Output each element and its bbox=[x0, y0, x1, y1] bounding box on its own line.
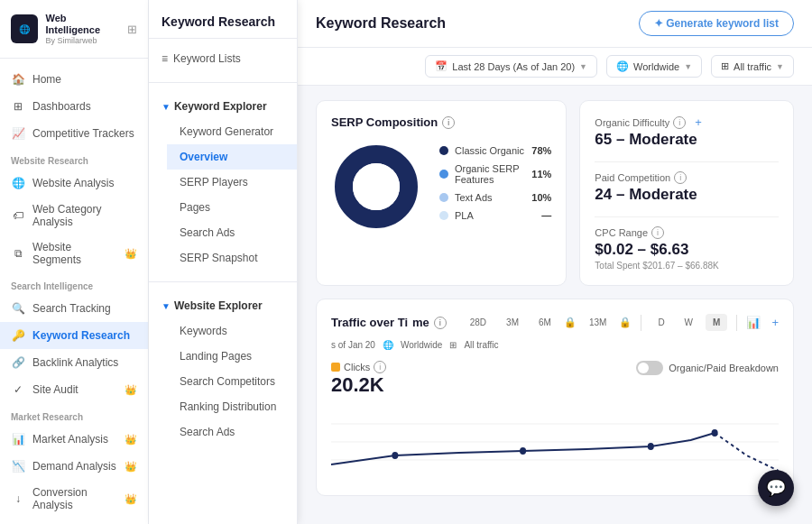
sidebar-item-demand-analysis[interactable]: 📉 Demand Analysis 👑 bbox=[0, 453, 148, 480]
traffic-date-sub: s of Jan 20 bbox=[331, 340, 375, 350]
sidebar-item-market-analysis[interactable]: 📊 Market Analysis 👑 bbox=[0, 426, 148, 453]
organic-toggle-label: Organic/Paid Breakdown bbox=[669, 363, 779, 373]
dd-search-ads-label: Search Ads bbox=[180, 226, 235, 239]
legend-item-classic-organic: Classic Organic 78% bbox=[439, 145, 551, 156]
dropdown-panel: Keyword Research ≡ Keyword Lists ▼ Keywo… bbox=[149, 0, 298, 524]
dd-keyword-explorer-title[interactable]: ▼ Keyword Explorer bbox=[149, 94, 297, 119]
sidebar-item-dashboards[interactable]: ⊞ Dashboards bbox=[0, 93, 148, 120]
generate-keyword-list-button[interactable]: ✦ Generate keyword list bbox=[639, 11, 794, 36]
list-icon: ≡ bbox=[161, 52, 168, 65]
metrics-card: Organic Difficulty i + 65 – Moderate Pai… bbox=[579, 100, 794, 286]
dd-website-explorer-label: Website Explorer bbox=[174, 299, 263, 312]
add-traffic-button[interactable]: + bbox=[771, 316, 779, 329]
chat-bubble-button[interactable]: 💬 bbox=[758, 470, 794, 506]
sidebar-item-website-segments[interactable]: ⧉ Website Segments 👑 bbox=[0, 234, 148, 272]
clicks-label-text: Clicks bbox=[344, 362, 370, 372]
sidebar-item-web-category[interactable]: 🏷 Web Category Analysis bbox=[0, 197, 148, 234]
dd-landing-pages[interactable]: Landing Pages bbox=[167, 344, 297, 369]
main-content: Keyword Research ✦ Generate keyword list… bbox=[298, 0, 812, 524]
region-filter-button[interactable]: 🌐 Worldwide ▼ bbox=[606, 55, 702, 78]
section-label-market-research: Market Research bbox=[0, 403, 148, 426]
dd-pages-label: Pages bbox=[180, 201, 210, 214]
legend-item-text-ads: Text Ads 10% bbox=[439, 192, 551, 203]
clicks-info-icon[interactable]: i bbox=[374, 361, 386, 373]
organic-difficulty-info-icon[interactable]: i bbox=[673, 116, 686, 129]
legend-dot-organic bbox=[439, 170, 448, 179]
sidebar-item-search-tracking[interactable]: 🔍 Search Tracking bbox=[0, 295, 148, 322]
traffic-type-sub: All traffic bbox=[464, 340, 498, 350]
legend-label-organic: Organic SERP Features bbox=[455, 163, 525, 185]
time-filter-3m[interactable]: 3M bbox=[499, 314, 526, 331]
conversion-icon: ↓ bbox=[11, 492, 25, 506]
dd-search-competitors[interactable]: Search Competitors bbox=[167, 369, 297, 394]
sidebar-item-backlink-analytics[interactable]: 🔗 Backlink Analytics bbox=[0, 349, 148, 376]
chart-type-d[interactable]: D bbox=[651, 314, 671, 331]
cpc-range-label: CPC Range i bbox=[595, 226, 779, 239]
filter-bar: 📅 Last 28 Days (As of Jan 20) ▼ 🌐 Worldw… bbox=[298, 48, 812, 86]
add-organic-difficulty-button[interactable]: + bbox=[695, 115, 702, 129]
chevron-down-icon-2: ▼ bbox=[161, 301, 171, 311]
dd-keyword-generator-label: Keyword Generator bbox=[180, 125, 273, 138]
legend-dot-pla bbox=[439, 211, 448, 220]
dd-ranking-distribution[interactable]: Ranking Distribution bbox=[167, 394, 297, 419]
dd-search-ads-we[interactable]: Search Ads bbox=[167, 419, 297, 445]
sidebar-item-site-audit[interactable]: ✓ Site Audit 👑 bbox=[0, 376, 148, 403]
dd-serp-snapshot-label: SERP Snapshot bbox=[180, 252, 258, 264]
chart-type-m[interactable]: M bbox=[706, 314, 727, 331]
dd-search-competitors-label: Search Competitors bbox=[180, 375, 275, 388]
dd-serp-snapshot[interactable]: SERP Snapshot bbox=[167, 245, 297, 271]
dd-keyword-lists[interactable]: ≡ Keyword Lists bbox=[149, 46, 297, 71]
grid-icon[interactable]: ⊞ bbox=[127, 23, 137, 36]
chart-point-2 bbox=[520, 447, 526, 455]
globe-sub-icon: 🌐 bbox=[383, 340, 393, 350]
sidebar-item-website-analysis[interactable]: 🌐 Website Analysis bbox=[0, 170, 148, 197]
market-analysis-icon: 📊 bbox=[11, 432, 25, 446]
dd-overview[interactable]: Overview bbox=[167, 144, 297, 170]
sidebar-item-competitive-trackers[interactable]: 📈 Competitive Trackers bbox=[0, 120, 148, 147]
dd-keywords[interactable]: Keywords bbox=[167, 318, 297, 344]
sidebar-item-keyword-research[interactable]: 🔑 Keyword Research bbox=[0, 322, 148, 349]
time-filter-28d[interactable]: 28D bbox=[463, 314, 494, 331]
crown-icon-demand: 👑 bbox=[125, 461, 137, 473]
donut-chart bbox=[331, 142, 421, 232]
metrics-divider-1 bbox=[595, 161, 779, 162]
sidebar-item-market-analysis-label: Market Analysis bbox=[32, 433, 108, 446]
organic-difficulty-row: Organic Difficulty i + 65 – Moderate bbox=[595, 115, 779, 149]
cpc-range-label-text: CPC Range bbox=[595, 227, 648, 238]
traffic-info-icon[interactable]: i bbox=[434, 317, 447, 329]
serp-composition-card: SERP Composition i bbox=[316, 100, 567, 286]
serp-info-icon[interactable]: i bbox=[442, 116, 455, 129]
date-filter-button[interactable]: 📅 Last 28 Days (As of Jan 20) ▼ bbox=[425, 55, 597, 78]
sidebar-navigation: 🏠 Home ⊞ Dashboards 📈 Competitive Tracke… bbox=[0, 59, 148, 524]
competitive-trackers-icon: 📈 bbox=[11, 126, 25, 141]
paid-competition-info-icon[interactable]: i bbox=[674, 171, 687, 184]
cpc-info-icon[interactable]: i bbox=[651, 226, 664, 239]
chart-type-w[interactable]: W bbox=[678, 314, 700, 331]
dd-keyword-generator[interactable]: Keyword Generator bbox=[167, 119, 297, 144]
time-filter-6m[interactable]: 6M bbox=[531, 314, 558, 331]
dd-section-keyword-explorer: ▼ Keyword Explorer Keyword Generator Ove… bbox=[149, 87, 297, 278]
paid-competition-row: Paid Competition i 24 – Moderate bbox=[595, 171, 779, 204]
time-filter-13m[interactable]: 13M bbox=[582, 314, 614, 331]
excel-export-icon[interactable]: 📊 bbox=[746, 316, 761, 329]
dd-serp-players[interactable]: SERP Players bbox=[167, 170, 297, 195]
sidebar-item-conversion-analysis[interactable]: ↓ Conversion Analysis 👑 bbox=[0, 480, 148, 518]
metrics-divider-2 bbox=[595, 216, 779, 217]
dd-website-explorer-items: Keywords Landing Pages Search Competitor… bbox=[149, 318, 297, 445]
dd-search-ads[interactable]: Search Ads bbox=[167, 220, 297, 245]
dd-pages[interactable]: Pages bbox=[167, 195, 297, 220]
traffic-header: Traffic over Time i 28D 3M 6M 🔒 13M 🔒 D … bbox=[331, 314, 779, 331]
paid-competition-label: Paid Competition i bbox=[595, 171, 779, 184]
sidebar-item-home[interactable]: 🏠 Home bbox=[0, 66, 148, 93]
chart-point-1 bbox=[392, 452, 398, 459]
dd-keyword-explorer-label: Keyword Explorer bbox=[174, 100, 267, 113]
traffic-over-time-suffix: me bbox=[412, 316, 429, 329]
dd-website-explorer-title[interactable]: ▼ Website Explorer bbox=[149, 293, 297, 318]
site-audit-icon: ✓ bbox=[11, 382, 25, 397]
backlink-icon: 🔗 bbox=[11, 355, 25, 370]
sidebar: 🌐 Web Intelligence By Similarweb ⊞ 🏠 Hom… bbox=[0, 0, 149, 524]
traffic-line-chart bbox=[331, 406, 779, 478]
organic-toggle-switch[interactable] bbox=[636, 361, 663, 375]
traffic-filter-button[interactable]: ⊞ All traffic ▼ bbox=[711, 55, 794, 78]
dd-divider-1 bbox=[149, 82, 297, 83]
